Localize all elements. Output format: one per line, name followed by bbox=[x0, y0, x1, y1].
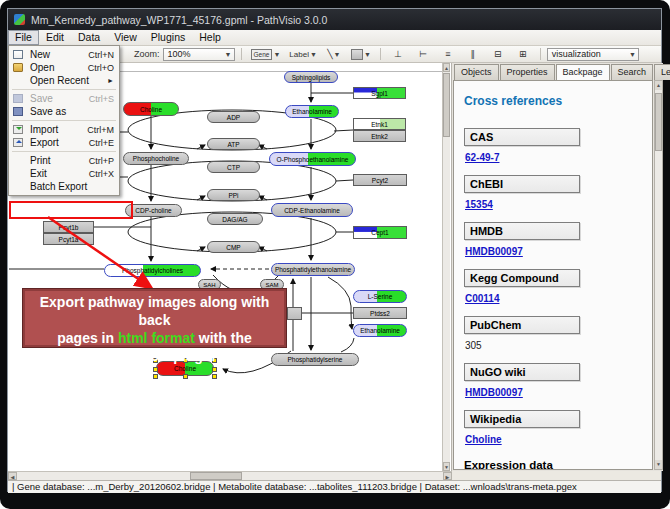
common-height-button[interactable]: ⊞ bbox=[512, 46, 534, 62]
pathway-node-ptdss2[interactable]: Ptdss2 bbox=[353, 307, 407, 319]
file-menu-item-open-recent[interactable]: Open Recent► bbox=[9, 74, 119, 87]
crossref-link[interactable]: C00114 bbox=[465, 293, 499, 304]
scroll-left-icon[interactable]: ◀ bbox=[8, 472, 17, 480]
export-icon bbox=[13, 137, 26, 148]
tab-backpage[interactable]: Backpage bbox=[556, 64, 610, 80]
stack-vertical-button[interactable]: ≡ bbox=[437, 46, 459, 62]
add-shape-button[interactable]: ▼ bbox=[348, 46, 374, 62]
node-label: ATP bbox=[227, 141, 239, 148]
menu-plugins[interactable]: Plugins bbox=[144, 30, 192, 45]
shortcut-label: Ctrl+M bbox=[87, 125, 114, 135]
selection-handle[interactable] bbox=[212, 374, 217, 379]
common-width-button[interactable]: ⊟ bbox=[487, 46, 509, 62]
crossref-link[interactable]: HMDB00097 bbox=[465, 246, 523, 257]
tab-objects[interactable]: Objects bbox=[454, 64, 499, 80]
pathway-node-l-serine[interactable]: L-Serine bbox=[353, 290, 407, 303]
pathway-node-cmp[interactable]: CMP bbox=[207, 241, 260, 253]
node-label: SAH bbox=[203, 282, 215, 288]
add-gene-button[interactable]: Gene▼ bbox=[248, 46, 284, 62]
pathway-node-sgpl1[interactable]: Sgpl1 bbox=[353, 87, 406, 99]
pathway-node-phosphatidylethanolamine[interactable]: Phosphatidylethanolamine bbox=[271, 263, 355, 276]
add-label-button[interactable]: Label▼ bbox=[286, 46, 320, 62]
scrollbar-thumb[interactable] bbox=[443, 73, 450, 137]
crossref-link[interactable]: HMDB00097 bbox=[465, 387, 523, 398]
blank-icon bbox=[13, 155, 26, 166]
pathway-node-ethanolamine-top[interactable]: Ethanolamine bbox=[285, 105, 339, 118]
pathway-node-etnk2[interactable]: Etnk2 bbox=[353, 130, 406, 142]
stack-horizontal-button[interactable]: ∥ bbox=[462, 46, 484, 62]
pathway-node-phosphatidylcholines[interactable]: Phosphatidylcholines bbox=[104, 264, 201, 277]
menu-view[interactable]: View bbox=[107, 30, 144, 45]
selection-handle[interactable] bbox=[153, 367, 158, 372]
pathway-node-pcyt2[interactable]: Pcyt2 bbox=[353, 174, 407, 186]
add-line-button[interactable]: ╲▼ bbox=[323, 46, 345, 62]
file-menu-item-open[interactable]: OpenCtrl+O bbox=[9, 61, 119, 74]
node-label: Pcyt2 bbox=[372, 177, 388, 184]
scroll-down-icon[interactable]: ▼ bbox=[655, 460, 662, 469]
scrollbar-thumb[interactable] bbox=[190, 472, 242, 480]
pathway-node-etnk1[interactable]: Etnk1 bbox=[353, 118, 406, 130]
crossref-link[interactable]: Choline bbox=[465, 434, 502, 445]
menu-file[interactable]: File bbox=[8, 30, 39, 45]
file-menu-item-import[interactable]: ImportCtrl+M bbox=[9, 123, 119, 136]
pathway-node-dag-ag[interactable]: DAG/AG bbox=[207, 213, 263, 225]
pathway-node-pcyt1b[interactable]: Pcyt1b bbox=[43, 221, 94, 233]
pathway-node-cept1[interactable]: Cept1 bbox=[353, 226, 407, 239]
pathway-node-cdp-ethanolamine[interactable]: CDP-Ethanolamine bbox=[271, 203, 353, 217]
zoom-combobox[interactable]: 100%▼ bbox=[163, 48, 235, 61]
menu-help[interactable]: Help bbox=[192, 30, 228, 45]
shortcut-label: Ctrl+O bbox=[88, 63, 114, 73]
selection-handle[interactable] bbox=[212, 367, 217, 372]
pathway-node-atp[interactable]: ATP bbox=[207, 138, 260, 150]
pathway-node-pcyt1a[interactable]: Pcyt1a bbox=[43, 233, 94, 245]
node-label: Sgpl1 bbox=[371, 90, 388, 97]
file-menu-item-save-as[interactable]: Save as bbox=[9, 105, 119, 118]
canvas-horizontal-scrollbar[interactable]: ◀ ▶ bbox=[8, 471, 452, 480]
scroll-up-icon[interactable]: ▲ bbox=[443, 63, 450, 72]
file-menu-item-new[interactable]: NewCtrl+N bbox=[9, 48, 119, 61]
pathway-node-ethanolamine-bottom[interactable]: Ethanolamine bbox=[353, 324, 407, 337]
pathway-node-sphingolipids[interactable]: Sphingolipids bbox=[284, 71, 338, 83]
pathway-node-choline-top[interactable]: Choline bbox=[123, 102, 179, 116]
menu-edit[interactable]: Edit bbox=[39, 30, 71, 45]
toolbar-separator bbox=[241, 48, 242, 60]
visualization-combobox[interactable]: visualization▼ bbox=[547, 48, 639, 61]
scrollbar-thumb[interactable] bbox=[655, 93, 662, 151]
tab-legend[interactable]: Legend bbox=[654, 64, 670, 80]
shape-icon bbox=[351, 49, 363, 60]
pathway-node-ctp[interactable]: CTP bbox=[207, 161, 260, 173]
file-menu-item-exit[interactable]: ExitCtrl+X bbox=[9, 167, 119, 180]
tab-search[interactable]: Search bbox=[611, 64, 654, 80]
canvas-vertical-scrollbar[interactable]: ▲ ▼ bbox=[442, 63, 450, 471]
node-label: Ptdss2 bbox=[370, 310, 390, 317]
scroll-down-icon[interactable]: ▼ bbox=[443, 462, 450, 471]
file-menu-item-batch-export[interactable]: Batch Export bbox=[9, 180, 119, 193]
pathway-node-ppi[interactable]: PPi bbox=[207, 189, 260, 201]
node-label: Phosphatidylethanolamine bbox=[275, 266, 351, 273]
panel-vertical-scrollbar[interactable]: ▲ ▼ bbox=[654, 80, 663, 470]
file-menu-item-export[interactable]: ExportCtrl+E bbox=[9, 136, 119, 149]
pathway-node-o-phosphoethanolamine[interactable]: O-Phosphoethanolamine bbox=[269, 152, 356, 166]
menu-data[interactable]: Data bbox=[71, 30, 107, 45]
pathway-node-phosphocholine[interactable]: Phosphocholine bbox=[123, 152, 189, 165]
crossref-link[interactable]: 15354 bbox=[465, 199, 493, 210]
node-label: DAG/AG bbox=[222, 216, 247, 223]
tab-properties[interactable]: Properties bbox=[500, 64, 555, 80]
menu-separator bbox=[12, 89, 116, 90]
selection-handle[interactable] bbox=[183, 374, 188, 379]
crossref-link[interactable]: 62-49-7 bbox=[465, 152, 499, 163]
title-bar[interactable]: Mm_Kennedy_pathway_WP1771_45176.gpml - P… bbox=[8, 9, 661, 30]
crossref-value: 305 bbox=[465, 340, 482, 351]
selection-handle[interactable] bbox=[153, 374, 158, 379]
pathway-node-adp[interactable]: ADP bbox=[207, 111, 260, 123]
pathway-node-phosphatidylserine[interactable]: Phosphatidylserine bbox=[271, 353, 359, 366]
node-label: Ethanolamine bbox=[292, 108, 332, 115]
scroll-right-icon[interactable]: ▶ bbox=[443, 472, 452, 480]
align-middle-button[interactable]: ⊢ bbox=[412, 46, 434, 62]
pathway-node-ptdss1[interactable] bbox=[287, 307, 302, 320]
file-menu-item-print[interactable]: PrintCtrl+P bbox=[9, 154, 119, 167]
node-label: Ethanolamine bbox=[360, 327, 400, 334]
scroll-up-icon[interactable]: ▲ bbox=[655, 81, 662, 90]
align-center-button[interactable]: ⊥ bbox=[387, 46, 409, 62]
pathway-node-cdp-choline[interactable]: CDP-choline bbox=[125, 204, 182, 217]
